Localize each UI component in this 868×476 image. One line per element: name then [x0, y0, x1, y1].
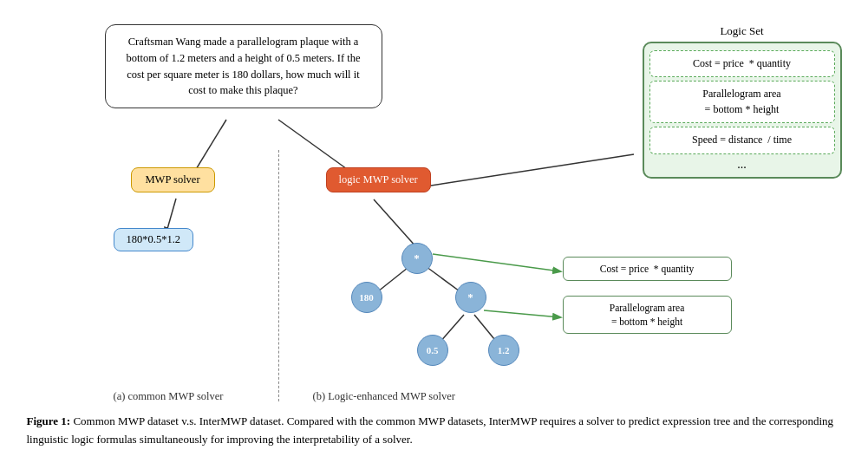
tree-node-05: 0.5	[417, 335, 448, 366]
tree-node-star2: *	[455, 282, 486, 313]
svg-line-10	[484, 310, 560, 317]
logic-formula-cost: Cost = price * quantity	[649, 50, 835, 77]
tree-node-star1-label: *	[414, 251, 420, 265]
tree-node-12: 1.2	[488, 335, 519, 366]
mwp-solver-label: MWP solver	[146, 173, 200, 186]
logic-dots: ...	[648, 158, 837, 172]
result-box: 180*0.5*1.2	[114, 228, 194, 251]
caption: Figure 1: Common MWP dataset v.s. InterM…	[27, 413, 842, 449]
result-value: 180*0.5*1.2	[127, 233, 181, 245]
problem-box: Craftsman Wang made a parallelogram plaq…	[105, 24, 382, 108]
logic-set-box: Cost = price * quantity Parallelogram ar…	[643, 42, 842, 179]
logic-formula-speed: Speed = distance / time	[649, 127, 835, 153]
label-common: (a) common MWP solver	[114, 390, 224, 403]
tree-node-180: 180	[351, 282, 382, 313]
logic-mwp-solver-box: logic MWP solver	[326, 167, 431, 192]
label-logic: (b) Logic-enhanced MWP solver	[313, 390, 455, 403]
tree-node-star1: *	[401, 243, 433, 274]
tree-node-05-label: 0.5	[427, 345, 439, 355]
svg-line-4	[374, 199, 417, 248]
logic-mwp-solver-label: logic MWP solver	[339, 173, 418, 186]
logic-set-label: Logic Set	[643, 24, 842, 38]
logic-set-container: Logic Set Cost = price * quantity Parall…	[643, 24, 842, 179]
tree-node-star2-label: *	[467, 290, 473, 304]
small-formula-parallelogram: Parallelogram area= bottom * height	[563, 296, 732, 334]
logic-formula-parallelogram: Parallelogram area= bottom * height	[649, 81, 835, 123]
small-formula-cost: Cost = price * quantity	[563, 257, 732, 281]
mwp-solver-box: MWP solver	[131, 167, 215, 192]
diagram-area: Craftsman Wang made a parallelogram plaq…	[27, 16, 842, 406]
caption-text: Common MWP dataset v.s. InterMWP dataset…	[27, 414, 834, 446]
divider-line	[278, 150, 279, 401]
tree-node-180-label: 180	[359, 292, 374, 303]
problem-text: Craftsman Wang made a parallelogram plaq…	[126, 36, 360, 96]
caption-title: Figure 1:	[27, 414, 71, 427]
svg-line-9	[433, 254, 560, 271]
main-container: Craftsman Wang made a parallelogram plaq…	[0, 0, 868, 463]
tree-node-12-label: 1.2	[498, 345, 510, 355]
svg-line-3	[408, 154, 634, 189]
